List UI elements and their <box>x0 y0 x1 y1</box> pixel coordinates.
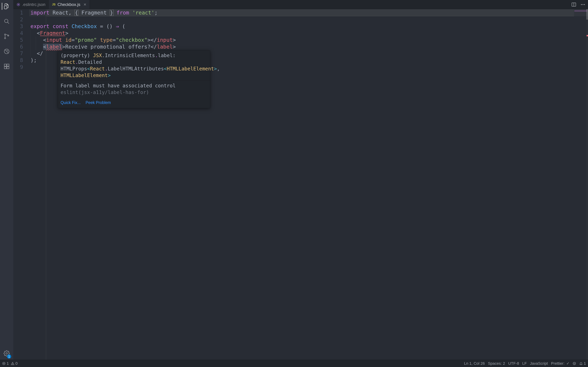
error-marker[interactable] <box>587 35 588 36</box>
debug-icon[interactable] <box>2 47 12 56</box>
tab-bar: .eslintrc.json JS Checkbox.js ✕ <box>13 0 588 9</box>
explorer-icon[interactable] <box>2 1 12 11</box>
line-number: 7 <box>13 50 29 57</box>
svg-point-24 <box>573 362 576 365</box>
activity-bar: 1 <box>0 0 13 360</box>
close-tab-icon[interactable]: ✕ <box>84 2 86 7</box>
code-line[interactable] <box>29 16 588 23</box>
error-count: 1 <box>7 361 9 366</box>
status-encoding[interactable]: UTF-8 <box>508 361 519 366</box>
quick-fix-link[interactable]: Quick Fix... <box>61 99 81 106</box>
extensions-icon[interactable] <box>2 61 12 71</box>
code-line[interactable]: import React, { Fragment } from 'react'; <box>29 9 588 16</box>
svg-point-26 <box>575 363 575 363</box>
svg-rect-0 <box>4 6 7 9</box>
svg-line-2 <box>8 22 9 24</box>
svg-point-23 <box>12 364 13 365</box>
line-number: 2 <box>13 16 29 23</box>
search-icon[interactable] <box>2 17 12 26</box>
code-line[interactable]: export const Checkbox = () ⇒ ( <box>29 23 588 30</box>
scrollbar-thumb[interactable] <box>586 9 588 20</box>
status-eol[interactable]: LF <box>522 361 527 366</box>
svg-point-3 <box>5 34 6 35</box>
status-line-col[interactable]: Ln 1, Col 26 <box>464 361 485 366</box>
peek-problem-link[interactable]: Peek Problem <box>86 99 111 106</box>
status-prettier[interactable]: Prettier: <box>551 361 570 366</box>
svg-rect-10 <box>7 64 9 66</box>
svg-rect-7 <box>4 64 7 66</box>
line-number: 1 <box>13 9 29 16</box>
line-number: 6 <box>13 43 29 50</box>
svg-point-16 <box>581 4 582 5</box>
tab-label: Checkbox.js <box>57 2 80 7</box>
svg-point-17 <box>583 4 583 5</box>
status-problems[interactable]: 1 0 <box>2 361 18 366</box>
svg-rect-8 <box>4 67 7 69</box>
line-number: 4 <box>13 30 29 37</box>
status-feedback-icon[interactable] <box>573 362 576 365</box>
svg-point-11 <box>6 353 8 354</box>
settings-badge: 1 <box>7 354 11 359</box>
status-notifications[interactable]: 1 <box>579 361 586 366</box>
eslint-file-icon <box>17 3 20 7</box>
line-number: 9 <box>13 64 29 71</box>
more-actions-icon[interactable] <box>580 2 586 7</box>
line-number: 3 <box>13 23 29 30</box>
svg-point-25 <box>574 363 574 363</box>
svg-rect-9 <box>7 67 9 69</box>
hover-type-signature: (property) JSX.IntrinsicElements.label: … <box>58 50 210 81</box>
svg-point-4 <box>5 38 6 39</box>
status-language[interactable]: JavaScript <box>530 361 548 366</box>
tab-checkbox-js[interactable]: JS Checkbox.js ✕ <box>49 0 90 9</box>
split-editor-icon[interactable] <box>571 2 576 7</box>
line-number: 5 <box>13 37 29 43</box>
warning-count: 0 <box>15 361 17 366</box>
js-file-icon: JS <box>52 3 56 7</box>
tab-eslintrc[interactable]: .eslintrc.json <box>13 0 49 9</box>
source-control-icon[interactable] <box>2 32 12 41</box>
hover-eslint-message: Form label must have associated control … <box>58 81 210 98</box>
status-indentation[interactable]: Spaces: 2 <box>488 361 505 366</box>
svg-point-18 <box>584 4 585 5</box>
editor-area[interactable]: 1 import React, { Fragment } from 'react… <box>13 9 588 360</box>
code-line[interactable]: <Fragment> <box>29 30 588 37</box>
svg-point-1 <box>5 19 8 23</box>
vscode-window: 1 .eslintrc.json JS Checkbox.js ✕ <box>0 0 588 367</box>
status-bar: 1 0 Ln 1, Col 26 Spaces: 2 UTF-8 LF Java… <box>0 360 588 367</box>
hover-widget: (property) JSX.IntrinsicElements.label: … <box>58 50 210 108</box>
code-line[interactable]: <label>Receive promotional offers?</labe… <box>29 43 588 50</box>
code-line[interactable]: <input id="promo" type="checkbox"></inpu… <box>29 37 588 43</box>
tab-label: .eslintrc.json <box>22 2 45 7</box>
line-number: 8 <box>13 57 29 64</box>
svg-marker-13 <box>18 4 19 5</box>
settings-gear-icon[interactable]: 1 <box>2 349 12 358</box>
overview-ruler[interactable] <box>586 9 588 360</box>
